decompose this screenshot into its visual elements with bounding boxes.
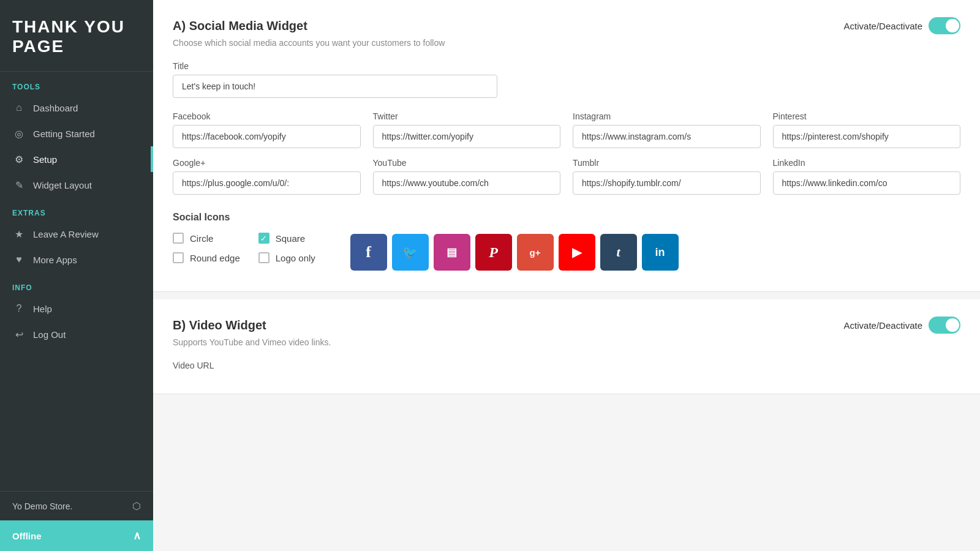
sidebar-item-dashboard[interactable]: ⌂ Dashboard — [0, 95, 153, 121]
sidebar-item-setup[interactable]: ⚙ Setup — [0, 146, 153, 172]
tumblr-field: Tumblr — [573, 158, 761, 195]
video-widget-title: B) Video Widget — [173, 318, 266, 332]
instagram-label: Instagram — [573, 111, 761, 121]
square-checkbox[interactable] — [258, 233, 270, 244]
twitter-field: Twitter — [373, 111, 561, 148]
linkedin-label: LinkedIn — [773, 158, 961, 168]
toggle-thumb — [946, 19, 959, 32]
social-media-widget-card: A) Social Media Widget Activate/Deactiva… — [153, 0, 980, 292]
video-activate-row: Activate/Deactivate — [844, 317, 960, 334]
sidebar-section-extras: Extras ★ Leave A Review ♥ More Apps — [0, 198, 153, 272]
video-toggle-track — [929, 317, 960, 334]
facebook-social-btn[interactable]: f — [350, 234, 387, 271]
logo-only-option-row: Logo only — [258, 252, 326, 263]
linkedin-field: LinkedIn — [773, 158, 961, 195]
googleplus-social-btn[interactable]: g+ — [517, 234, 554, 271]
twitter-label: Twitter — [373, 111, 561, 121]
round-edge-label: Round edge — [190, 253, 240, 263]
pinterest-social-btn[interactable]: P — [475, 234, 512, 271]
setup-icon: ⚙ — [12, 152, 26, 166]
youtube-field: YouTube — [373, 158, 561, 195]
chevron-up-icon: ∧ — [133, 529, 141, 542]
sidebar-section-info: Info ? Help ↩ Log Out — [0, 272, 153, 347]
tumblr-social-btn[interactable]: t — [600, 234, 637, 271]
star-icon: ★ — [12, 227, 26, 241]
twitter-social-btn[interactable]: 🐦 — [392, 234, 429, 271]
instagram-input[interactable] — [573, 125, 761, 148]
linkedin-input[interactable] — [773, 171, 961, 195]
googleplus-input[interactable] — [173, 171, 361, 195]
sidebar-item-logout[interactable]: ↩ Log Out — [0, 321, 153, 347]
instagram-field: Instagram — [573, 111, 761, 148]
youtube-input[interactable] — [373, 171, 561, 195]
social-url-grid: Facebook Twitter Instagram Pinterest Goo… — [173, 111, 960, 195]
youtube-label: YouTube — [373, 158, 561, 168]
social-activate-row: Activate/Deactivate — [844, 17, 960, 34]
status-label: Offline — [12, 531, 42, 541]
icon-shape-options: Circle Round edge Square — [173, 233, 326, 272]
video-toggle-thumb — [946, 318, 959, 332]
video-activate-toggle[interactable] — [929, 317, 960, 334]
video-widget-subtitle: Supports YouTube and Vimeo video links. — [173, 337, 960, 347]
store-row: Yo Demo Store. ⬡ — [0, 492, 153, 520]
googleplus-field: Google+ — [173, 158, 361, 195]
sidebar-item-widget-layout[interactable]: ✎ Widget Layout — [0, 172, 153, 198]
circle-checkbox[interactable] — [173, 233, 184, 244]
round-edge-checkbox[interactable] — [173, 252, 184, 263]
sidebar-item-help[interactable]: ? Help — [0, 296, 153, 321]
heart-icon: ♥ — [12, 253, 26, 266]
pinterest-input[interactable] — [773, 125, 961, 148]
social-activate-toggle[interactable] — [929, 17, 960, 34]
facebook-label: Facebook — [173, 111, 361, 121]
social-activate-label: Activate/Deactivate — [844, 21, 922, 31]
logo-only-checkbox[interactable] — [258, 252, 270, 263]
sidebar: THANK YOU PAGE Tools ⌂ Dashboard ◎ Getti… — [0, 0, 153, 551]
square-label: Square — [276, 233, 305, 244]
title-input[interactable] — [173, 75, 497, 98]
social-widget-subtitle: Choose which social media accounts you w… — [173, 38, 960, 48]
sidebar-item-getting-started[interactable]: ◎ Getting Started — [0, 121, 153, 146]
title-row: Title — [173, 61, 960, 98]
section-label-info: Info — [0, 272, 153, 296]
app-title: THANK YOU PAGE — [12, 17, 141, 56]
circle-label: Circle — [190, 233, 213, 244]
widget-layout-icon: ✎ — [12, 178, 26, 192]
social-widget-header: A) Social Media Widget Activate/Deactiva… — [173, 17, 960, 34]
linkedin-social-btn[interactable]: in — [642, 234, 679, 271]
social-icons-label: Social Icons — [173, 212, 960, 223]
instagram-social-btn[interactable]: ▤ — [434, 234, 470, 271]
facebook-field: Facebook — [173, 111, 361, 148]
external-link-icon[interactable]: ⬡ — [132, 500, 141, 512]
square-option-row: Square — [258, 233, 326, 244]
social-widget-title: A) Social Media Widget — [173, 19, 307, 33]
toggle-track — [929, 17, 960, 34]
getting-started-icon: ◎ — [12, 127, 26, 140]
help-icon: ? — [12, 302, 26, 315]
pinterest-field: Pinterest — [773, 111, 961, 148]
video-widget-card: B) Video Widget Activate/Deactivate Supp… — [153, 299, 980, 394]
main-content: A) Social Media Widget Activate/Deactiva… — [153, 0, 980, 551]
sidebar-section-tools: Tools ⌂ Dashboard ◎ Getting Started ⚙ Se… — [0, 72, 153, 198]
video-url-label: Video URL — [173, 361, 960, 370]
sidebar-item-leave-a-review[interactable]: ★ Leave A Review — [0, 221, 153, 247]
pinterest-label: Pinterest — [773, 111, 961, 121]
twitter-input[interactable] — [373, 125, 561, 148]
sidebar-bottom: Yo Demo Store. ⬡ Offline ∧ — [0, 491, 153, 551]
youtube-social-btn[interactable]: ▶ — [559, 234, 595, 271]
social-icons-section: Circle Round edge Square — [173, 233, 960, 272]
title-field-label: Title — [173, 61, 960, 71]
home-icon: ⌂ — [12, 101, 26, 114]
logout-icon: ↩ — [12, 328, 26, 341]
offline-bar[interactable]: Offline ∧ — [0, 520, 153, 551]
googleplus-label: Google+ — [173, 158, 361, 168]
circle-option-row: Circle — [173, 233, 240, 244]
tumblr-input[interactable] — [573, 171, 761, 195]
tumblr-label: Tumblr — [573, 158, 761, 168]
section-label-tools: Tools — [0, 72, 153, 95]
facebook-input[interactable] — [173, 125, 361, 148]
video-widget-header: B) Video Widget Activate/Deactivate — [173, 317, 960, 334]
video-activate-label: Activate/Deactivate — [844, 320, 922, 331]
sidebar-item-more-apps[interactable]: ♥ More Apps — [0, 247, 153, 272]
round-edge-option-row: Round edge — [173, 252, 240, 263]
app-logo: THANK YOU PAGE — [0, 0, 153, 72]
